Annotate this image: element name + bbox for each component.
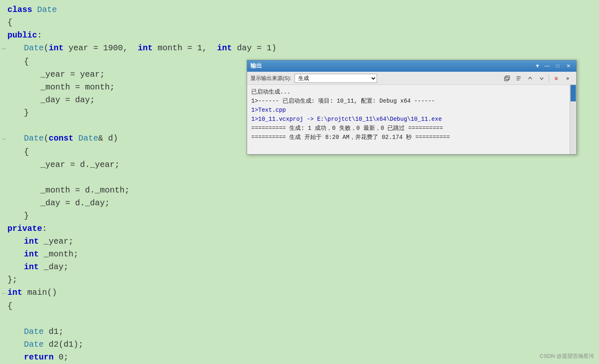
code-line: private: bbox=[0, 222, 599, 235]
output-body: 已启动生成...1>------ 已启动生成: 项目: 10_11, 配置: D… bbox=[247, 85, 576, 154]
line-content: { bbox=[7, 146, 29, 158]
code-line: } bbox=[0, 209, 599, 222]
code-line bbox=[0, 312, 599, 325]
line-content: Date(const Date& d) bbox=[7, 132, 118, 145]
output-line: ========== 生成 开始于 8:20 AM，并花费了 02.174 秒 … bbox=[251, 133, 566, 142]
line-content: _month = month; bbox=[7, 81, 115, 94]
code-line bbox=[0, 171, 599, 184]
line-content: _year = year; bbox=[7, 68, 105, 81]
code-line: _year = d._year; bbox=[0, 158, 599, 171]
code-line: int _year; bbox=[0, 235, 599, 248]
output-titlebar: 输出 ▼ — □ ✕ bbox=[247, 60, 576, 72]
line-content: _day = day; bbox=[7, 94, 95, 106]
line-content: int _day; bbox=[7, 261, 68, 273]
code-line: return 0; bbox=[0, 351, 599, 364]
line-content: }; bbox=[7, 273, 17, 286]
line-content: private: bbox=[7, 222, 47, 235]
output-panel: 输出 ▼ — □ ✕ 显示输出来源(S): 生成调试错误列表 bbox=[247, 60, 577, 155]
output-scrollbar-thumb bbox=[571, 85, 576, 101]
toolbar-scroll-up-btn[interactable] bbox=[525, 73, 535, 84]
output-scrollbar[interactable] bbox=[570, 85, 576, 154]
toolbar-scroll-down-btn[interactable] bbox=[536, 73, 547, 84]
output-line: 已启动生成... bbox=[251, 87, 566, 96]
code-line: { bbox=[0, 300, 599, 312]
output-title: 输出 bbox=[250, 62, 262, 70]
code-line: class Date bbox=[0, 3, 599, 16]
line-content: Date(int year = 1900, int month = 1, int… bbox=[7, 42, 276, 54]
output-source-select[interactable]: 生成调试错误列表 bbox=[295, 74, 377, 83]
svg-rect-0 bbox=[505, 77, 508, 81]
toolbar-separator bbox=[549, 74, 549, 82]
line-content: } bbox=[7, 106, 29, 119]
line-gutter: — bbox=[0, 133, 7, 146]
line-content: { bbox=[7, 55, 29, 68]
code-editor: class Date{public:—Date(int year = 1900,… bbox=[0, 0, 599, 364]
line-gutter: — bbox=[0, 42, 7, 55]
output-content: 已启动生成...1>------ 已启动生成: 项目: 10_11, 配置: D… bbox=[247, 85, 570, 154]
titlebar-dropdown-btn[interactable]: ▼ bbox=[534, 62, 541, 70]
watermark: CSDN @遥望浩瀚星河 bbox=[540, 352, 594, 360]
code-line: _day = d._day; bbox=[0, 197, 599, 209]
line-content: } bbox=[7, 209, 29, 222]
toolbar-clear-btn[interactable] bbox=[513, 73, 524, 84]
line-content: { bbox=[7, 300, 12, 312]
toolbar-menu-btn[interactable]: » bbox=[562, 73, 573, 84]
titlebar-close-btn[interactable]: ✕ bbox=[564, 62, 573, 70]
code-line: Date d2(d1); bbox=[0, 338, 599, 351]
output-line: ========== 生成: 1 成功，0 失败，0 最新，0 已跳过 ====… bbox=[251, 124, 566, 133]
titlebar-restore-btn[interactable]: □ bbox=[553, 62, 562, 70]
titlebar-controls: ▼ — □ ✕ bbox=[534, 62, 573, 70]
titlebar-minimize-btn[interactable]: — bbox=[542, 62, 552, 70]
code-line: { bbox=[0, 16, 599, 29]
line-gutter: — bbox=[0, 287, 7, 300]
line-content: int _year; bbox=[7, 235, 73, 248]
output-line: 1>------ 已启动生成: 项目: 10_11, 配置: Debug x64… bbox=[251, 96, 566, 106]
line-content: public: bbox=[7, 29, 42, 42]
line-content: Date d1; bbox=[7, 325, 64, 338]
toolbar-copy-btn[interactable] bbox=[502, 73, 512, 84]
code-line: int _month; bbox=[0, 248, 599, 261]
line-content: _month = d._month; bbox=[7, 184, 130, 197]
toolbar-right: ≡ » bbox=[502, 73, 573, 84]
line-content: _year = d._year; bbox=[7, 158, 120, 171]
code-line: int _day; bbox=[0, 261, 599, 273]
code-line: _month = d._month; bbox=[0, 184, 599, 197]
line-content: return 0; bbox=[7, 351, 68, 364]
code-line: —int main() bbox=[0, 286, 599, 300]
toolbar-highlight-btn[interactable]: ≡ bbox=[551, 73, 561, 84]
svg-rect-1 bbox=[506, 76, 509, 80]
line-content: Date d2(d1); bbox=[7, 338, 83, 351]
output-line: 1>Text.cpp bbox=[251, 106, 566, 115]
code-line: }; bbox=[0, 273, 599, 286]
line-content: int _month; bbox=[7, 248, 78, 261]
output-toolbar: 显示输出来源(S): 生成调试错误列表 bbox=[247, 72, 576, 85]
code-line: —Date(int year = 1900, int month = 1, in… bbox=[0, 42, 599, 55]
line-content: class Date bbox=[7, 3, 57, 16]
code-line: Date d1; bbox=[0, 325, 599, 338]
output-line: 1>10_11.vcxproj -> E:\projtct\10_11\x64\… bbox=[251, 115, 566, 124]
code-line: public: bbox=[0, 29, 599, 42]
line-content: int main() bbox=[7, 286, 57, 299]
line-content: _day = d._day; bbox=[7, 197, 110, 209]
line-content: { bbox=[7, 16, 12, 29]
toolbar-source-label: 显示输出来源(S): bbox=[250, 75, 291, 82]
